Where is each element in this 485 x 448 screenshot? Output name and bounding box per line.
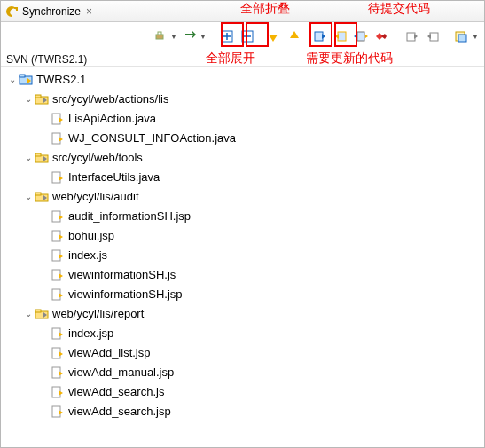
svg-rect-0 (156, 35, 163, 39)
folder-icon (35, 307, 49, 321)
synchronize-dropdown-caret-icon[interactable]: ▼ (199, 33, 207, 41)
svg-rect-7 (315, 32, 323, 41)
tree-row-file[interactable]: bohui.jsp (6, 226, 484, 246)
svg-rect-31 (35, 310, 41, 312)
tree-label: viewinformationSH.js (68, 265, 176, 285)
changeset-button[interactable] (453, 28, 470, 45)
tree-row-folder[interactable]: ⌄src/ycyl/web/actions/lis (6, 90, 484, 109)
annotation-pending-commit: 待提交代码 (368, 1, 430, 17)
file-out-icon (51, 326, 65, 341)
tree-row-file[interactable]: index.js (6, 246, 484, 265)
tree-label: viewAdd_list.jsp (68, 343, 151, 363)
tree-label: audit_informationSH.jsp (68, 207, 191, 226)
tree-label: WJ_CONSULT_INFOAction.java (68, 129, 236, 148)
file-out-icon (51, 405, 65, 419)
project-icon (19, 73, 33, 87)
synchronize-icon (4, 4, 19, 19)
expand-all-button[interactable] (219, 28, 236, 45)
tree-row-file[interactable]: viewAdd_manual.jsp (6, 363, 484, 382)
svg-rect-24 (35, 193, 41, 195)
tree-label: viewAdd_search.js (68, 382, 164, 402)
view-tab-label: Synchronize (22, 5, 81, 18)
tree-row-file[interactable]: viewAdd_search.jsp (6, 402, 484, 421)
file-out-icon (51, 248, 65, 263)
next-diff-button[interactable] (265, 28, 282, 45)
tree-label: src/ycyl/web/actions/lis (52, 90, 168, 109)
incoming-mode-button[interactable] (311, 28, 328, 45)
tree-label: web/ycyl/lis/report (52, 304, 144, 324)
twisty-icon[interactable]: ⌄ (22, 187, 35, 207)
sync-toolbar: ▼ ▼ ▼ (1, 22, 484, 51)
pin-dropdown-caret-icon[interactable]: ▼ (170, 33, 177, 41)
outgoing-mode-button[interactable] (332, 28, 348, 45)
annotation-collapse-all: 全部折叠 (240, 1, 290, 17)
collapse-all-button[interactable] (239, 28, 256, 45)
svg-rect-21 (35, 153, 41, 156)
file-out-icon (51, 287, 65, 302)
pin-button[interactable] (152, 28, 168, 45)
tree-row-file[interactable]: viewAdd_list.jsp (6, 343, 484, 363)
tree-row-file[interactable]: viewinformationSH.js (6, 265, 484, 285)
tree-label: LisApiAction.java (68, 109, 156, 129)
sync-tree: ⌄TWRS2.1⌄src/ycyl/web/actions/lisLisApiA… (1, 67, 484, 425)
svg-rect-17 (35, 95, 41, 98)
folder-icon (35, 190, 49, 204)
tree-row-file[interactable]: audit_informationSH.jsp (6, 207, 484, 226)
commit-button[interactable] (424, 28, 441, 45)
svg-rect-8 (338, 32, 346, 41)
svg-rect-9 (357, 32, 364, 41)
file-out-icon (51, 209, 65, 224)
tree-row-folder[interactable]: ⌄web/ycyl/lis/report (6, 304, 484, 324)
folder-icon (35, 151, 49, 165)
tree-label: viewinformationSH.jsp (68, 285, 183, 304)
folder-icon (35, 92, 49, 106)
file-out-icon (51, 112, 65, 126)
annotation-needs-update: 需要更新的代码 (306, 51, 393, 67)
tree-row-file[interactable]: LisApiAction.java (6, 109, 484, 129)
file-out-icon (51, 131, 65, 145)
file-out-icon (51, 268, 65, 282)
annotation-expand-all: 全部展开 (206, 51, 255, 67)
file-out-icon (51, 229, 65, 243)
twisty-icon[interactable]: ⌄ (6, 70, 19, 90)
file-out-icon (51, 385, 65, 399)
twisty-icon[interactable]: ⌄ (22, 148, 35, 168)
svg-rect-15 (20, 75, 25, 77)
tree-row-file[interactable]: viewinformationSH.jsp (6, 285, 484, 304)
tree-label: index.jsp (68, 324, 113, 343)
tree-row-folder[interactable]: ⌄src/ycyl/web/tools (6, 148, 484, 168)
twisty-icon[interactable]: ⌄ (22, 304, 35, 324)
tree-label: viewAdd_search.jsp (68, 402, 171, 421)
file-out-icon (51, 365, 65, 380)
file-out-icon (51, 346, 65, 360)
svg-rect-1 (158, 32, 161, 35)
tree-label: TWRS2.1 (36, 70, 86, 90)
tree-row-file[interactable]: viewAdd_search.js (6, 382, 484, 402)
tree-row-root[interactable]: ⌄TWRS2.1 (6, 70, 484, 90)
svg-rect-11 (430, 33, 438, 41)
svg-rect-13 (458, 35, 466, 42)
tree-label: bohui.jsp (68, 226, 114, 246)
tree-row-file[interactable]: InterfaceUtils.java (6, 168, 484, 187)
prev-diff-button[interactable] (286, 28, 302, 45)
file-out-icon (51, 170, 65, 185)
tree-label: InterfaceUtils.java (68, 168, 160, 187)
svg-rect-10 (407, 33, 415, 41)
tree-label: web/ycyl/lis/audit (52, 187, 139, 207)
tree-row-file[interactable]: WJ_CONSULT_INFOAction.java (6, 129, 484, 148)
conflicts-mode-button[interactable] (372, 28, 389, 45)
tree-row-folder[interactable]: ⌄web/ycyl/lis/audit (6, 187, 484, 207)
update-button[interactable] (403, 28, 420, 45)
tree-label: src/ycyl/web/tools (52, 148, 143, 168)
tree-label: viewAdd_manual.jsp (68, 363, 174, 382)
changeset-dropdown-caret-icon[interactable]: ▼ (472, 33, 479, 41)
tree-row-file[interactable]: index.jsp (6, 324, 484, 343)
synchronize-button[interactable] (181, 28, 198, 45)
breadcrumb-text: SVN (/TWRS2.1) (6, 53, 87, 66)
both-mode-button[interactable] (352, 28, 369, 45)
twisty-icon[interactable]: ⌄ (22, 90, 35, 109)
view-tab-close-icon[interactable]: × (86, 5, 92, 18)
tree-label: index.js (68, 246, 107, 265)
